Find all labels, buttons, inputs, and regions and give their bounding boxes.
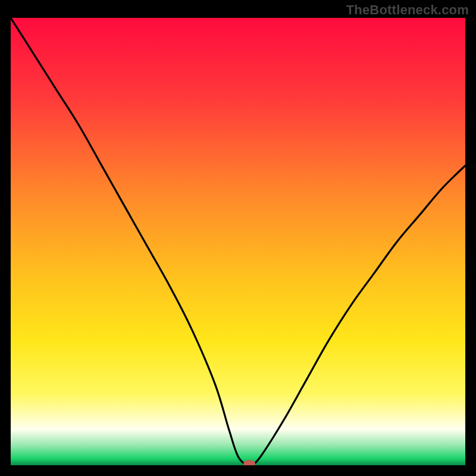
plot-area: [11, 18, 465, 465]
chart-stage: TheBottleneck.com: [0, 0, 476, 476]
bottleneck-curve-chart: [11, 18, 465, 465]
brand-text: TheBottleneck.com: [346, 2, 469, 18]
